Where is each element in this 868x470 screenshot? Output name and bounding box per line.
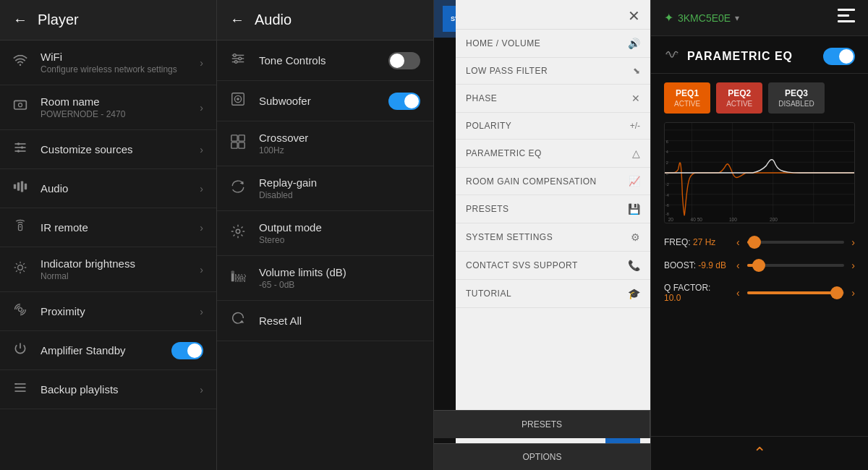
options-button[interactable]: OPTIONS — [434, 444, 650, 470]
room-chevron-icon: › — [200, 102, 203, 114]
boost-slider-track[interactable] — [747, 264, 845, 267]
replay-sublabel: Disabled — [259, 190, 420, 200]
power-icon — [13, 341, 33, 359]
proximity-chevron-icon: › — [200, 306, 203, 317]
svs-menu-tutorial[interactable]: TUTORIAL 🎓 — [456, 280, 650, 308]
svg-rect-51 — [838, 20, 855, 22]
freq-slider-thumb[interactable] — [748, 236, 761, 249]
peq-tab-1[interactable]: PEQ1 ACTIVE — [664, 82, 710, 114]
standby-toggle-knob — [187, 343, 202, 358]
tone-label: Tone Controls — [259, 54, 388, 67]
device-name-label: 3KMC5E0E — [678, 12, 731, 24]
device-chevron-icon[interactable]: ▾ — [735, 13, 739, 23]
tone-text: Tone Controls — [259, 54, 388, 67]
presets-button[interactable]: PRESETS — [434, 411, 650, 438]
svs-polarity-label: POLARITY — [466, 121, 511, 131]
tone-toggle[interactable] — [388, 52, 420, 69]
peq-master-toggle[interactable] — [823, 48, 855, 65]
svg-rect-12 — [25, 184, 27, 189]
audio-item-replay[interactable]: Replay-gain Disabled — [217, 166, 433, 211]
crossover-text: Crossover 100Hz — [259, 132, 420, 155]
reset-icon — [230, 311, 253, 330]
qfactor-slider-thumb[interactable] — [830, 286, 843, 299]
audio-item-crossover[interactable]: Crossover 100Hz — [217, 121, 433, 166]
svs-menu-phase[interactable]: PHASE ✕ — [456, 85, 650, 113]
boost-slider-thumb[interactable] — [752, 259, 765, 272]
boost-right-arrow[interactable]: › — [851, 260, 855, 271]
sidebar-item-sources[interactable]: Customize sources › — [0, 130, 216, 169]
svg-text:6: 6 — [666, 139, 668, 143]
back-arrow-icon[interactable]: ← — [13, 12, 27, 28]
audio-item-volume[interactable]: MAX MIN Volume limits (dB) -65 - 0dB — [217, 256, 433, 301]
svs-menu-peq[interactable]: PARAMETRIC EQ △ — [456, 140, 650, 168]
boost-left-arrow[interactable]: ‹ — [736, 260, 740, 271]
svg-point-7 — [21, 146, 23, 148]
room-label: Room name — [41, 95, 200, 108]
peq-tab-3[interactable]: PEQ3 DISABLED — [768, 82, 824, 114]
audio-item-reset[interactable]: Reset All — [217, 301, 433, 341]
sidebar-item-wifi[interactable]: WiFi Configure wireless network settings… — [0, 40, 216, 85]
svs-menu-contact[interactable]: CONTACT SVS SUPPORT 📞 — [456, 252, 650, 280]
player-header: ← Player — [0, 0, 216, 40]
boost-label: BOOST: -9.9 dB — [664, 260, 729, 270]
svs-menu-system[interactable]: SYSTEM SETTINGS ⚙ — [456, 223, 650, 252]
audio-back-icon[interactable]: ← — [230, 12, 244, 28]
svs-overlay-header: ✕ — [456, 0, 650, 30]
freq-right-arrow[interactable]: › — [851, 236, 855, 248]
qfactor-right-arrow[interactable]: › — [851, 287, 855, 299]
sidebar-item-audio[interactable]: Audio › — [0, 169, 216, 208]
svs-contact-label: CONTACT SVS SUPPORT — [466, 260, 578, 270]
ir-chevron-icon: › — [200, 222, 203, 234]
audio-title: Audio — [255, 12, 292, 28]
qfactor-label: Q FACTOR: 10.0 — [664, 283, 729, 303]
audio-item-subwoofer[interactable]: Subwoofer — [217, 81, 433, 121]
qfactor-slider-track[interactable] — [747, 291, 845, 294]
svs-menu-home-volume[interactable]: HOME / VOLUME 🔊 — [456, 30, 650, 58]
svg-point-6 — [17, 142, 20, 145]
sidebar-item-ir[interactable]: IR remote › — [0, 208, 216, 247]
svs-menu-lpf[interactable]: LOW PASS FILTER ⬊ — [456, 58, 650, 85]
svg-rect-38 — [231, 135, 237, 141]
svg-line-21 — [23, 270, 25, 272]
qfactor-value: 10.0 — [664, 293, 681, 303]
qfactor-slider-fill — [747, 291, 837, 294]
peq-toggle-knob — [839, 49, 854, 64]
hamburger-icon[interactable] — [838, 9, 855, 27]
player-title: Player — [38, 12, 79, 28]
subwoofer-toggle[interactable] — [388, 93, 420, 110]
room-icon — [13, 98, 33, 116]
freq-left-arrow[interactable]: ‹ — [736, 236, 740, 248]
brightness-sublabel: Normal — [41, 271, 200, 281]
svs-menu-room-gain[interactable]: ROOM GAIN COMPENSATION 📈 — [456, 168, 650, 195]
svs-menu-polarity[interactable]: POLARITY +/- — [456, 113, 650, 140]
subwoofer-toggle-knob — [404, 94, 419, 108]
svs-phase-label: PHASE — [466, 93, 497, 103]
sources-chevron-icon: › — [200, 144, 203, 155]
sidebar-item-room[interactable]: Room name POWERNODE - 2470 › — [0, 85, 216, 130]
volume-icon: MAX MIN — [230, 268, 253, 288]
crossover-icon — [230, 134, 253, 153]
audio-item-tone[interactable]: Tone Controls — [217, 40, 433, 81]
sidebar-item-proximity[interactable]: Proximity › — [0, 292, 216, 331]
crossover-label: Crossover — [259, 132, 420, 144]
volume-text: Volume limits (dB) -65 - 0dB — [259, 266, 420, 290]
standby-toggle[interactable] — [171, 342, 203, 359]
output-label: Output mode — [259, 221, 420, 234]
qfactor-left-arrow[interactable]: ‹ — [736, 287, 740, 299]
svs-tutorial-label: TUTORIAL — [466, 289, 511, 299]
peq-tab-2[interactable]: PEQ2 ACTIVE — [716, 82, 762, 114]
sidebar-item-brightness[interactable]: Indicator brightness Normal › — [0, 247, 216, 292]
freq-slider-track[interactable] — [747, 241, 845, 244]
svg-text:-6: -6 — [665, 203, 669, 208]
svs-close-button[interactable]: ✕ — [628, 7, 640, 25]
svs-peq-label: PARAMETRIC EQ — [466, 148, 542, 158]
brightness-icon — [13, 260, 33, 278]
proximity-text: Proximity — [41, 305, 200, 317]
sidebar-item-standby[interactable]: Amplifier Standby — [0, 331, 216, 370]
freq-param: FREQ: 27 Hz ‹ › — [651, 231, 868, 254]
audio-item-output[interactable]: Output mode Stereo — [217, 211, 433, 256]
chevron-up-icon[interactable]: ⌃ — [753, 444, 766, 463]
svs-menu-presets[interactable]: PRESETS 💾 — [456, 195, 650, 223]
volume-sublabel: -65 - 0dB — [259, 280, 420, 290]
sidebar-item-backup[interactable]: Backup playlists › — [0, 370, 216, 409]
